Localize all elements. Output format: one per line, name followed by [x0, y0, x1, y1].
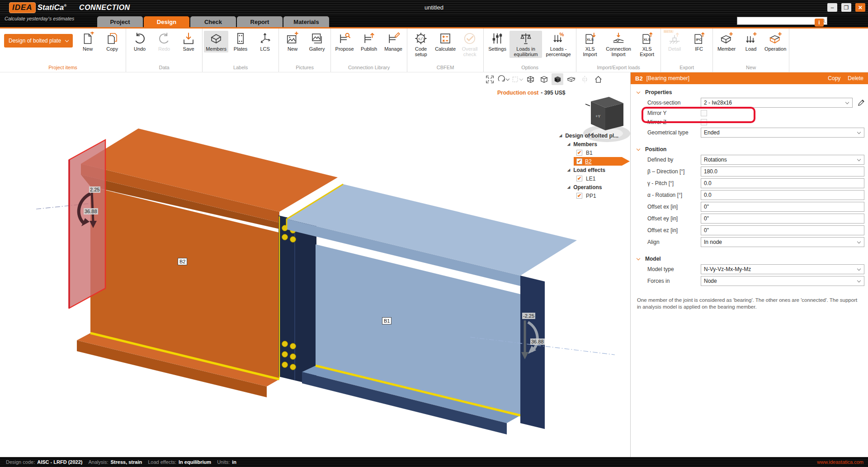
solid-view-button[interactable] — [552, 73, 563, 85]
copy-member-button[interactable]: Copy — [828, 75, 840, 81]
calculate-button[interactable]: Calculate — [433, 31, 458, 52]
publish-button[interactable]: Publish — [357, 31, 381, 52]
gallery-button[interactable]: Gallery — [305, 31, 329, 52]
tree-load-effects[interactable]: ◢ Load effects — [559, 166, 631, 174]
member-label-b2[interactable]: B2 — [178, 258, 187, 265]
expander-icon[interactable]: ◢ — [567, 168, 570, 172]
cross-section-combo[interactable]: 2 - Iw28x16 — [701, 98, 853, 108]
group-label: Options — [485, 64, 575, 72]
checkbox-checked[interactable] — [576, 150, 582, 156]
loads-in-equilibrium-button[interactable]: Loads in equilibrium — [509, 31, 542, 58]
expander-icon[interactable]: ◢ — [567, 185, 570, 189]
tree-item-b1[interactable]: B1 — [559, 148, 631, 157]
align-combo[interactable]: In node — [701, 237, 864, 247]
checkbox-checked[interactable] — [576, 176, 582, 181]
home-view-button[interactable] — [592, 73, 604, 85]
xls-export-icon: XLS — [640, 32, 654, 45]
tree-root[interactable]: ◢ Design of bolted pl... — [559, 131, 631, 140]
checkbox-checked[interactable] — [576, 158, 582, 164]
model-type-combo[interactable]: N-Vy-Vz-Mx-My-Mz — [701, 264, 864, 274]
new-operation-button[interactable]: Operation — [763, 31, 788, 52]
propose-button[interactable]: Propose — [332, 31, 357, 52]
document-title: untitled — [425, 4, 443, 11]
tab-materials[interactable]: Materials — [283, 16, 329, 27]
close-button[interactable]: ✕ — [855, 3, 865, 12]
section-properties[interactable]: Properties — [637, 89, 864, 96]
member-label-b1[interactable]: B1 — [382, 317, 392, 324]
new-member-button[interactable]: Member — [714, 31, 739, 52]
info-button[interactable]: i — [815, 19, 824, 27]
expander-icon[interactable]: ◢ — [567, 142, 570, 146]
copy-project-button[interactable]: Copy — [100, 31, 124, 52]
undo-button[interactable]: Undo — [127, 31, 152, 52]
clip-view-button[interactable] — [565, 73, 577, 85]
checkbox-checked[interactable] — [576, 193, 582, 199]
section-view-button[interactable] — [511, 73, 523, 85]
forces-in-combo[interactable]: Node — [701, 276, 864, 286]
redo-button[interactable]: Redo — [152, 31, 176, 52]
save-button[interactable]: Save — [176, 31, 201, 52]
end-plate-red[interactable] — [69, 140, 105, 308]
offset-ey-input[interactable] — [701, 214, 864, 224]
tab-check[interactable]: Check — [190, 16, 236, 27]
fit-view-button[interactable] — [484, 73, 495, 85]
mirror-y-checkbox[interactable] — [701, 110, 707, 116]
dimension-right-angle: 36.88 — [530, 338, 545, 345]
detail-export-button[interactable]: BETA Detail — [662, 31, 687, 52]
section-position[interactable]: Position — [637, 146, 864, 153]
xls-import-button[interactable]: XLS XLS Import — [578, 31, 602, 58]
delete-member-button[interactable]: Delete — [848, 75, 863, 81]
ifc-export-button[interactable]: IFC IFC — [687, 31, 711, 52]
expander-icon[interactable]: ◢ — [559, 133, 562, 138]
new-picture-button[interactable]: New — [280, 31, 305, 52]
member-plus-icon — [720, 32, 733, 45]
code-setup-button[interactable]: </> Code setup — [409, 31, 433, 58]
member-box-icon — [209, 32, 223, 45]
members-labels-button[interactable]: Members — [204, 31, 228, 52]
beam-b1-blue[interactable] — [287, 184, 577, 434]
row-offset-ex: Offset ex [in] — [647, 202, 864, 212]
orbit-view-button[interactable] — [497, 73, 509, 85]
search-input[interactable] — [737, 17, 827, 25]
model-3d[interactable] — [0, 72, 631, 457]
wireframe-view-button[interactable] — [524, 73, 536, 85]
section-model[interactable]: Model — [637, 255, 864, 262]
settings-button[interactable]: Settings — [485, 31, 509, 52]
loads-percentage-button[interactable]: % Loads - percentage — [542, 31, 575, 58]
new-load-button[interactable]: Load — [739, 31, 763, 52]
tree-item-pp1[interactable]: PP1 — [559, 191, 631, 200]
check-circle-icon — [463, 32, 476, 45]
new-project-button[interactable]: New — [75, 31, 100, 52]
offset-ez-input[interactable] — [701, 225, 864, 235]
tree-members[interactable]: ◢ Members — [559, 140, 631, 148]
edit-pencil-icon[interactable] — [857, 99, 865, 107]
minimize-button[interactable]: – — [827, 3, 837, 12]
overall-check-button[interactable]: Overall check — [458, 31, 482, 58]
mirror-z-checkbox[interactable] — [701, 119, 707, 125]
offset-ex-input[interactable] — [701, 202, 864, 212]
plates-labels-button[interactable]: Plates — [228, 31, 253, 52]
tab-report[interactable]: Report — [237, 16, 283, 27]
geometrical-type-combo[interactable]: Ended — [701, 128, 864, 138]
connection-import-button[interactable]: Connection Import — [602, 31, 635, 58]
maximize-button[interactable]: ❐ — [841, 3, 851, 12]
defined-by-combo[interactable]: Rotations — [701, 155, 864, 165]
mirror-view-button[interactable] — [579, 73, 590, 85]
tree-item-le1[interactable]: LE1 — [559, 174, 631, 183]
xls-export-button[interactable]: XLS XLS Export — [635, 31, 659, 58]
splice-plate-navy[interactable] — [278, 215, 316, 386]
scene-type-dropdown[interactable]: Design of bolted plate — [4, 34, 73, 48]
tree-item-b2-selected[interactable]: B2 — [559, 157, 631, 166]
alpha-rotation-input[interactable] — [701, 190, 864, 200]
tab-design[interactable]: Design — [144, 16, 189, 27]
dimension-right-rotation: -2.25 — [522, 313, 535, 319]
tree-operations[interactable]: ◢ Operations — [559, 183, 631, 191]
tab-project[interactable]: Project — [97, 16, 143, 27]
lcs-labels-button[interactable]: LCS — [253, 31, 277, 52]
beta-direction-input[interactable] — [701, 167, 864, 176]
gamma-pitch-input[interactable] — [701, 178, 864, 188]
manage-button[interactable]: Manage — [381, 31, 406, 52]
website-link[interactable]: www.ideastatica.com — [817, 459, 863, 465]
viewport-3d[interactable]: Production cost- 395 US$ +Y — [0, 72, 631, 457]
hidden-line-view-button[interactable] — [538, 73, 550, 85]
